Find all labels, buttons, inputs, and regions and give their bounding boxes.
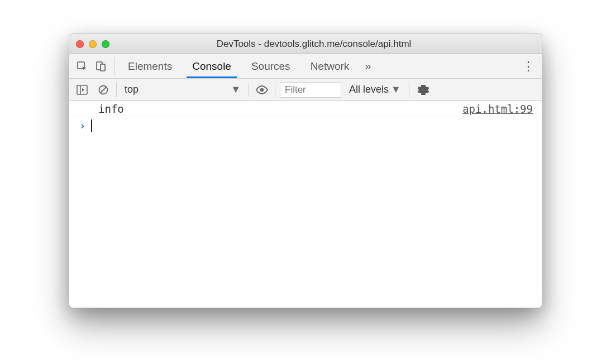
more-tabs-icon[interactable]: » [359, 54, 376, 78]
svg-line-6 [101, 87, 107, 93]
svg-rect-2 [101, 64, 105, 71]
dropdown-caret-icon: ▼ [391, 84, 401, 95]
zoom-window-button[interactable] [102, 40, 109, 48]
log-message: info [98, 103, 124, 115]
tab-sources[interactable]: Sources [241, 54, 300, 78]
live-expression-icon[interactable] [254, 85, 270, 94]
log-levels-label: All levels [349, 84, 389, 95]
log-source-link[interactable]: api.html:99 [462, 103, 533, 115]
console-sidebar-toggle-icon[interactable] [74, 85, 90, 95]
execution-context-select[interactable]: top ▼ [121, 83, 244, 97]
window-controls [76, 40, 109, 48]
device-toolbar-icon[interactable] [92, 61, 111, 72]
panel-tabs: Elements Console Sources Network » [118, 54, 518, 78]
window-title: DevTools - devtools.glitch.me/console/ap… [115, 39, 535, 50]
filter-input[interactable] [280, 82, 341, 98]
prompt-caret-icon: › [79, 119, 85, 132]
close-window-button[interactable] [76, 40, 84, 48]
console-toolbar: top ▼ All levels ▼ [69, 79, 542, 101]
tab-console[interactable]: Console [182, 54, 241, 78]
minimize-window-button[interactable] [89, 40, 97, 48]
svg-point-7 [260, 88, 264, 91]
execution-context-label: top [125, 84, 139, 95]
main-toolbar: Elements Console Sources Network » ⋮ [69, 54, 542, 79]
console-prompt[interactable]: › [69, 117, 542, 134]
devtools-window: DevTools - devtools.glitch.me/console/ap… [69, 33, 542, 308]
log-row: info api.html:99 [69, 101, 542, 117]
tab-network[interactable]: Network [300, 54, 360, 78]
titlebar: DevTools - devtools.glitch.me/console/ap… [69, 34, 542, 54]
settings-menu-icon[interactable]: ⋮ [518, 54, 538, 78]
tab-elements[interactable]: Elements [118, 54, 182, 78]
dropdown-caret-icon: ▼ [231, 84, 241, 95]
clear-console-icon[interactable] [95, 84, 112, 95]
log-levels-select[interactable]: All levels ▼ [346, 84, 404, 95]
text-cursor [91, 119, 92, 132]
console-output: info api.html:99 › [69, 101, 542, 308]
inspect-element-icon[interactable] [73, 61, 92, 72]
console-settings-icon[interactable] [414, 84, 433, 95]
